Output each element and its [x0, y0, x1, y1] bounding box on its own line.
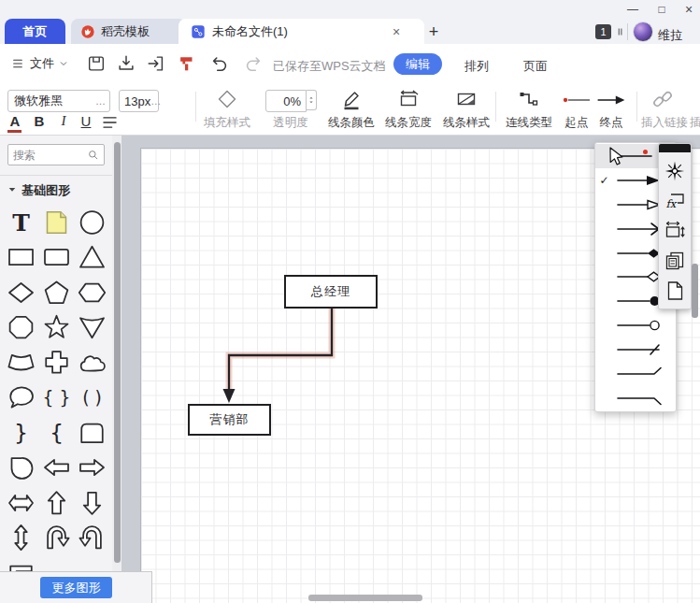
arrow-style-option-half-arrow-down[interactable]: [595, 386, 676, 410]
shape-arrow-down[interactable]: [76, 488, 107, 518]
shape-circle[interactable]: [76, 208, 107, 237]
shape-arrow-left-right[interactable]: [5, 488, 36, 518]
shape-cloud[interactable]: [76, 348, 107, 378]
line-end-button[interactable]: 终点: [597, 115, 625, 131]
shape-octagon[interactable]: [5, 312, 36, 342]
compass-icon[interactable]: [664, 160, 686, 182]
line-end-icon[interactable]: [594, 93, 628, 108]
opacity-input[interactable]: 0%: [265, 90, 307, 112]
bold-button[interactable]: B: [30, 113, 49, 129]
shape-rounded-rectangle[interactable]: [40, 242, 72, 272]
shape-triangle[interactable]: [76, 242, 107, 272]
shape-cone[interactable]: [76, 312, 107, 342]
connector-type-button[interactable]: 连线类型: [504, 115, 554, 131]
new-tab-button[interactable]: +: [422, 21, 445, 43]
fill-style-icon[interactable]: [216, 88, 238, 110]
shape-brace-pair[interactable]: { }: [40, 382, 72, 412]
shape-rectangle[interactable]: [5, 242, 36, 272]
shape-left-brace[interactable]: {: [40, 418, 72, 448]
arrange-menu[interactable]: 排列: [464, 58, 489, 75]
file-menu[interactable]: 文件: [11, 55, 69, 72]
shape-diamond[interactable]: [5, 278, 36, 308]
avatar[interactable]: [633, 22, 653, 42]
format-painter-button[interactable]: [177, 53, 197, 74]
section-title[interactable]: 基础图形: [21, 182, 70, 199]
font-color-button[interactable]: A: [6, 113, 24, 129]
font-family-select[interactable]: 微软雅黑 …: [7, 90, 110, 112]
line-start-button[interactable]: 起点: [563, 115, 591, 131]
tab-count-badge[interactable]: 1: [595, 24, 611, 39]
line-start-icon[interactable]: [560, 93, 593, 108]
resize-icon[interactable]: [664, 220, 686, 242]
sidebar-scrollbar-thumb[interactable]: [114, 142, 121, 563]
shape-pentagon[interactable]: [40, 278, 72, 308]
shape-paren-pair[interactable]: ( ): [76, 382, 107, 412]
shape-arrow-up-down[interactable]: [5, 523, 36, 553]
export-button[interactable]: [146, 53, 166, 74]
line-color-button[interactable]: 线条颜色: [326, 115, 377, 131]
tab-home[interactable]: 首页: [5, 19, 65, 44]
redo-button[interactable]: [243, 53, 264, 74]
formula-icon[interactable]: fx: [664, 190, 686, 212]
duplicate-icon[interactable]: [664, 250, 686, 272]
panel-drag-handle[interactable]: [659, 144, 691, 152]
download-button[interactable]: [116, 53, 136, 74]
close-window-button[interactable]: ×: [679, 2, 699, 17]
insert-link-icon[interactable]: [651, 88, 674, 110]
font-size-select[interactable]: 13px …: [119, 90, 159, 112]
fill-style-button[interactable]: 填充样式: [201, 115, 253, 131]
arrow-style-option-half-arrow-up[interactable]: [595, 362, 676, 386]
shape-teardrop[interactable]: [5, 452, 36, 482]
shape-arrow-left[interactable]: [40, 452, 72, 482]
close-tab-icon[interactable]: ×: [387, 22, 406, 41]
shape-card[interactable]: [76, 418, 107, 448]
shape-sticky-note[interactable]: [40, 208, 72, 237]
page-menu[interactable]: 页面: [523, 58, 548, 75]
line-style-button[interactable]: 线条样式: [441, 115, 492, 131]
tab-docer-templates[interactable]: 稻壳模板: [71, 19, 186, 44]
shape-arrow-up[interactable]: [40, 488, 72, 518]
caret-down-icon[interactable]: [7, 185, 17, 194]
shape-arrow-right[interactable]: [76, 452, 107, 482]
text-align-button[interactable]: [101, 115, 119, 130]
insert-link-button[interactable]: 插入链接: [638, 115, 691, 131]
flowchart-node-manager[interactable]: 总经理: [284, 275, 378, 309]
line-color-icon[interactable]: [340, 88, 363, 110]
connector-type-icon[interactable]: [517, 88, 539, 110]
more-shapes-button[interactable]: 更多图形: [40, 577, 112, 598]
minimize-button[interactable]: —: [622, 2, 643, 17]
tab-list-icon[interactable]: [614, 25, 627, 38]
arrow-style-option-cross-tick[interactable]: [595, 337, 676, 362]
search-box[interactable]: [7, 144, 105, 165]
flowchart-node-marketing[interactable]: 营销部: [188, 404, 271, 436]
search-input[interactable]: [8, 149, 87, 162]
shape-cross[interactable]: [40, 348, 72, 378]
shape-arc-trapezoid[interactable]: [5, 348, 36, 378]
italic-button[interactable]: I: [54, 113, 73, 129]
shape-hexagon[interactable]: [76, 278, 107, 308]
shape-right-brace[interactable]: }: [5, 418, 36, 448]
line-width-icon[interactable]: [397, 88, 420, 110]
arrow-marker-icon: [613, 316, 665, 335]
sidebar-footer: 更多图形: [0, 571, 152, 603]
user-name[interactable]: 维拉: [658, 27, 682, 44]
maximize-button[interactable]: □: [651, 2, 672, 17]
canvas-area[interactable]: 总经理 营销部 ✓ fx: [121, 136, 700, 603]
vertical-scrollbar-thumb[interactable]: [692, 264, 698, 318]
horizontal-scrollbar-thumb[interactable]: [308, 595, 422, 601]
page-icon[interactable]: [664, 280, 686, 302]
line-width-button[interactable]: 线条宽度: [383, 115, 434, 131]
shape-text[interactable]: T: [5, 208, 36, 237]
shape-u-turn-arrow-left[interactable]: [40, 523, 72, 553]
arrow-style-option-hollow-circle[interactable]: [595, 313, 676, 337]
undo-button[interactable]: [209, 53, 230, 74]
save-button[interactable]: [86, 53, 107, 74]
shape-speech-bubble[interactable]: [5, 382, 36, 412]
opacity-stepper[interactable]: [307, 90, 317, 110]
underline-button[interactable]: U: [77, 113, 95, 129]
edit-mode-button[interactable]: 编辑: [393, 53, 442, 75]
line-style-icon[interactable]: [455, 88, 478, 110]
shape-u-turn-arrow-right[interactable]: [76, 523, 107, 553]
shape-star[interactable]: [40, 312, 72, 342]
sidebar-scrollbar[interactable]: [112, 136, 121, 603]
